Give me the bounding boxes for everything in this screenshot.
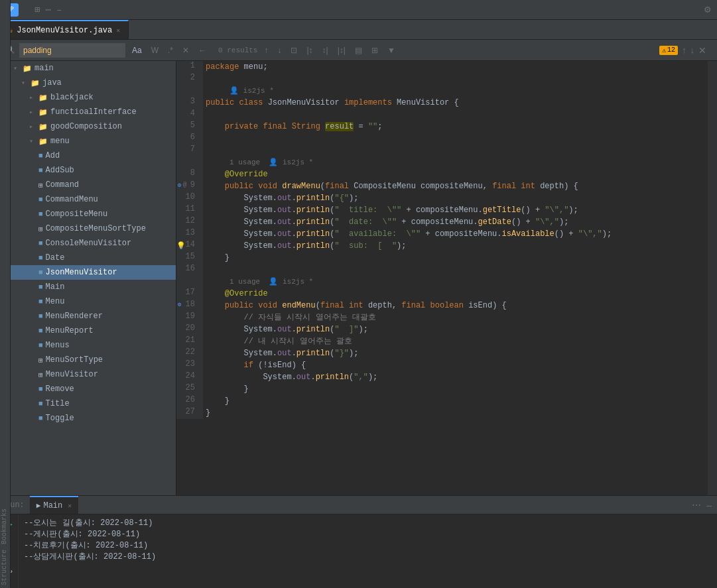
search-nav-up[interactable]: ↑ [261, 44, 271, 56]
sidebar-item-consolemenuvisitor[interactable]: ■ ConsoleMenuVisitor [11, 236, 176, 251]
search-filter[interactable]: ▼ [385, 44, 398, 56]
sidebar-item-addsub[interactable]: ■ AddSub [11, 163, 176, 178]
line-content[interactable]: } [203, 383, 708, 395]
search-case-sensitive[interactable]: Aa [129, 44, 145, 56]
line-content[interactable]: System.out.println(" available: \"" + co… [203, 228, 708, 240]
sidebar-item-compositemenu-sorttype[interactable]: ⊞ CompositeMenuSortType [11, 221, 176, 236]
search-word[interactable]: W [149, 44, 161, 56]
line-content[interactable]: private final String result = ""; [203, 121, 708, 133]
line-content[interactable] [203, 109, 708, 121]
line-content[interactable]: if (!isEnd) { [203, 359, 708, 371]
tab-label: JsonMenuVisitor.java [17, 26, 112, 35]
search-nav-5[interactable]: ↕| [320, 44, 331, 56]
sidebar-item-compositemenu[interactable]: ■ CompositeMenu [11, 207, 176, 221]
bottom-more-button[interactable]: ⋯ [692, 500, 701, 510]
search-bar: 🔍 Aa W .* ✕ ← 0 results ↑ ↓ ⊡ |↕ ↕| |↕| … [0, 40, 717, 61]
line-content[interactable]: // 자식들 시작시 열어주는 대괄호 [203, 312, 708, 323]
line-number: 18 ⚙ [176, 300, 203, 312]
sidebar-item-blackjack[interactable]: ▸ 📁 blackjack [11, 90, 176, 105]
bottom-tab-close[interactable]: ✕ [68, 502, 72, 510]
line-content[interactable]: public class JsonMenuVisitor implements … [203, 97, 708, 109]
line-content[interactable] [203, 133, 708, 145]
search-nav-8[interactable]: ⊞ [369, 44, 381, 56]
table-row: 👤 is2js * [176, 85, 708, 97]
search-input[interactable] [19, 43, 125, 58]
sidebar: ▾ 📁 main ▾ 📁 java ▸ 📁 blackjack ▸ 📁 func… [11, 61, 176, 495]
search-close-button[interactable]: ✕ [698, 45, 706, 56]
line-content[interactable] [203, 73, 708, 85]
search-clear[interactable]: ✕ [180, 44, 192, 56]
sidebar-item-menus[interactable]: ■ Menus [11, 338, 176, 353]
class-icon-jsonmenuvisitor: ■ [38, 268, 43, 276]
line-content[interactable]: public void endMenu(final int depth, fin… [203, 300, 708, 312]
interface-icon-compositemenu-sorttype: ⊞ [38, 225, 43, 233]
search-nav-3[interactable]: ⊡ [288, 44, 300, 56]
folder-icon-goodcomposition: 📁 [38, 123, 48, 131]
sidebar-item-jsonmenuvisitor[interactable]: ■ JsonMenuVisitor [11, 265, 176, 280]
code-area[interactable]: 1 package menu; 2 👤 is2js * [176, 61, 708, 495]
line-content[interactable]: System.out.println(" title: \"" + compos… [203, 204, 708, 216]
search-nav-down[interactable]: ↓ [275, 44, 284, 56]
sidebar-item-menureport[interactable]: ■ MenuReport [11, 323, 176, 338]
window-icon-1[interactable]: ⊞ [34, 4, 40, 15]
search-prev-result[interactable]: ← [196, 44, 209, 56]
window-icon-2[interactable]: ⋯ [45, 4, 50, 15]
sidebar-item-menu[interactable]: ▾ 📁 menu [11, 134, 176, 148]
bookmarks-label[interactable]: Bookmarks [0, 506, 10, 547]
line-content[interactable]: public void drawMenu(final CompositeMenu… [203, 180, 708, 192]
scroll-up-button[interactable]: ↑ [682, 45, 686, 55]
line-content[interactable] [203, 264, 708, 276]
sidebar-item-date[interactable]: ■ Date [11, 251, 176, 265]
line-content[interactable]: } [203, 407, 708, 419]
line-content[interactable]: System.out.println(","); [203, 371, 708, 383]
table-row: 18 ⚙ public void endMenu(final int depth… [176, 300, 708, 312]
line-content[interactable]: System.out.println(" ]"); [203, 323, 708, 335]
scroll-down-button[interactable]: ↓ [690, 45, 695, 55]
bottom-tab-main[interactable]: ▶ Main ✕ [30, 496, 78, 514]
sidebar-item-functional[interactable]: ▸ 📁 functioalInterface [11, 105, 176, 119]
search-nav-7[interactable]: ▤ [352, 44, 365, 56]
tree-label-commandmenu: CommandMenu [46, 195, 98, 204]
settings-button[interactable]: ⚙ [704, 5, 712, 15]
search-nav-6[interactable]: |↕| [335, 44, 348, 56]
warning-count: 12 [667, 46, 675, 54]
sidebar-item-commandmenu[interactable]: ■ CommandMenu [11, 192, 176, 207]
tab-close-button[interactable]: ✕ [116, 27, 120, 34]
sidebar-item-goodcomposition[interactable]: ▸ 📁 goodComposition [11, 119, 176, 134]
line-content[interactable]: @Override [203, 288, 708, 300]
line-content[interactable]: // 내 시작시 열어주는 괄호 [203, 335, 708, 347]
sidebar-item-toggle[interactable]: ■ Toggle [11, 411, 176, 426]
code-table: 1 package menu; 2 👤 is2js * [176, 61, 708, 419]
line-content[interactable]: System.out.println("{"); [203, 192, 708, 204]
sidebar-item-command[interactable]: ⊞ Command [11, 178, 176, 192]
line-content[interactable] [203, 145, 708, 156]
sidebar-item-main[interactable]: ▾ 📁 main [11, 61, 176, 76]
table-row: 15 } [176, 252, 708, 264]
window-minimize[interactable]: – [56, 5, 62, 15]
search-nav-4[interactable]: |↕ [304, 44, 315, 56]
sidebar-item-main-class[interactable]: ■ Main [11, 280, 176, 294]
interface-icon-command: ⊞ [38, 181, 43, 190]
line-content[interactable]: } [203, 395, 708, 407]
search-regex[interactable]: .* [165, 44, 176, 56]
line-number: 26 [176, 395, 203, 407]
tab-json-menu-visitor[interactable]: ☕ JsonMenuVisitor.java ✕ [0, 20, 129, 39]
sidebar-item-remove[interactable]: ■ Remove [11, 382, 176, 396]
line-content[interactable]: System.out.println(" sub: [ "); [203, 240, 708, 252]
structure-label[interactable]: Structure [0, 547, 10, 588]
sidebar-item-menurenderer[interactable]: ■ MenuRenderer [11, 309, 176, 323]
sidebar-item-add[interactable]: ■ Add [11, 148, 176, 163]
bottom-minimize-button[interactable]: – [706, 500, 712, 510]
line-content[interactable]: System.out.println("}"); [203, 347, 708, 359]
editor-wrapper: 1 package menu; 2 👤 is2js * [176, 61, 717, 495]
sidebar-item-title[interactable]: ■ Title [11, 396, 176, 411]
line-content[interactable]: System.out.println(" date: \"" + composi… [203, 216, 708, 228]
line-content[interactable]: } [203, 252, 708, 264]
sidebar-item-menusorttype[interactable]: ⊞ MenuSortType [11, 353, 176, 367]
sidebar-item-menu-class[interactable]: ■ Menu [11, 294, 176, 309]
line-number: 16 [176, 264, 203, 276]
sidebar-item-java[interactable]: ▾ 📁 java [11, 76, 176, 90]
line-content[interactable]: @Override [203, 168, 708, 180]
sidebar-item-menuvisitor[interactable]: ⊞ MenuVisitor [11, 367, 176, 382]
line-content[interactable]: package menu; [203, 61, 708, 73]
